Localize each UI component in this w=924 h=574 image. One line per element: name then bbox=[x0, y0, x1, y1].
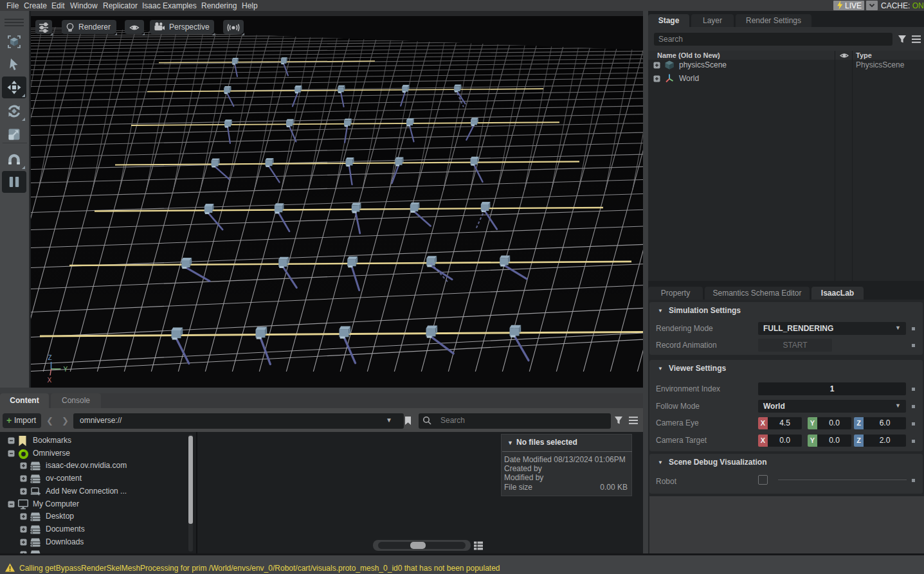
svg-text:Y: Y bbox=[64, 366, 68, 373]
svg-text:Z: Z bbox=[48, 354, 52, 361]
svg-text:X: X bbox=[48, 377, 52, 384]
